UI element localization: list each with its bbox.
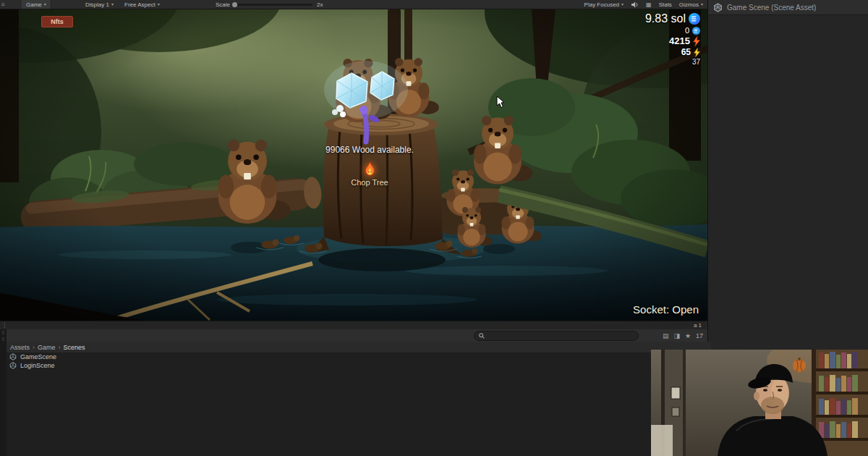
project-toolbar: ▤ ◨ ★ 17 [7, 329, 707, 342]
stats-toggle[interactable]: Stats [659, 0, 672, 9]
breadcrumb-scenes[interactable]: Scenes [64, 344, 85, 351]
ear [754, 392, 760, 400]
power-row: 65 [681, 47, 700, 57]
asset-row-gamescene[interactable]: GameScene [7, 352, 707, 361]
hidden-count: 17 [696, 332, 703, 339]
inspector-header: Game Scene (Scene Asset) [708, 0, 868, 15]
wood-available-text: 99066 Wood available. [326, 145, 414, 155]
breadcrumb-game[interactable]: Game [38, 344, 56, 351]
inspector-title: Game Scene (Scene Asset) [727, 4, 816, 12]
panel-icon[interactable]: ▯ [0, 329, 7, 336]
stats-label: Stats [659, 1, 672, 8]
filter-by-type-icon[interactable]: ▤ [663, 332, 669, 339]
scale-value: 2x [317, 0, 323, 9]
light-panel [651, 425, 673, 456]
level-value: 37 [692, 58, 700, 66]
chevron-down-icon: ▾ [44, 2, 46, 7]
power-bolt-icon [694, 48, 700, 57]
breadcrumb: Assets › Game › Scenes [7, 342, 711, 353]
flame-icon [362, 161, 377, 177]
asset-label: LoginScene [20, 362, 55, 369]
chevron-right-icon: › [33, 344, 35, 351]
game-viewport: Nfts 9.83 sol 0 4215 [0, 9, 707, 321]
game-hud: 9.83 sol 0 4215 [645, 12, 700, 66]
scale-label: Scale [216, 0, 230, 9]
statusbar-right-text: a 1 [694, 322, 702, 329]
token-balance-value: 0 [685, 26, 689, 35]
door-frame [683, 350, 686, 456]
menu-icon: ≡ [1, 1, 5, 8]
webcam-overlay [651, 350, 868, 456]
audio-mute-icon[interactable] [631, 1, 639, 8]
level-row: 37 [692, 58, 700, 66]
project-search-input[interactable] [474, 331, 639, 341]
energy-value: 4215 [669, 35, 690, 46]
energy-row: 4215 [669, 35, 700, 46]
chop-tree-button[interactable]: Chop Tree [351, 161, 388, 187]
aspect-label: Free Aspect [124, 1, 156, 8]
scale-slider-knob[interactable] [232, 2, 237, 7]
chevron-down-icon: ▾ [621, 2, 624, 7]
project-filter-icons: ▤ ◨ ★ 17 [663, 329, 703, 342]
dots-icon: ⋮ [1, 322, 7, 329]
chop-tree-label: Chop Tree [351, 178, 388, 187]
panel-icon[interactable]: ▯ [0, 336, 7, 342]
toolbar-right-group: Play Focused ▾ ▦ Stats Gizmos ▾ [584, 0, 703, 9]
asset-label: GameScene [20, 353, 56, 360]
sol-balance-value: 9.83 sol [645, 12, 686, 25]
scene-asset-cube-icon [713, 3, 723, 12]
game-view-toolbar: ≡ Game ▾ Display 1 ▾ Free Aspect ▾ Scale… [0, 0, 707, 9]
scale-slider[interactable] [234, 4, 312, 6]
webcam-video [651, 350, 868, 456]
project-asset-list: GameScene LoginScene [7, 352, 707, 456]
wall-picture [672, 408, 679, 416]
aspect-dropdown[interactable]: Free Aspect ▾ [124, 0, 160, 9]
search-icon [479, 333, 485, 339]
play-focused-dropdown[interactable]: Play Focused ▾ [584, 0, 624, 9]
token-balance-row: 0 [685, 26, 700, 35]
window-menu-icon[interactable]: ≡ [1, 0, 5, 9]
display-dropdown[interactable]: Display 1 ▾ [85, 0, 114, 9]
energy-bolt-icon [693, 36, 700, 46]
display-label: Display 1 [85, 1, 109, 8]
chevron-down-icon: ▾ [111, 2, 114, 7]
save-search-star-icon[interactable]: ★ [685, 332, 691, 339]
nfts-button-label: Nfts [51, 18, 64, 25]
play-focused-label: Play Focused [584, 1, 619, 8]
gizmos-dropdown[interactable]: Gizmos ▾ [679, 0, 703, 9]
tab-game-label: Game [26, 1, 42, 8]
solana-icon [689, 13, 700, 25]
socket-status: Socket: Open [633, 303, 699, 316]
token-icon [692, 27, 700, 35]
filter-by-label-icon[interactable]: ◨ [673, 332, 680, 339]
sol-balance-row: 9.83 sol [645, 12, 700, 25]
wall-picture [671, 387, 680, 399]
unity-scene-icon [9, 353, 17, 360]
tab-game-view[interactable]: Game ▾ [22, 0, 51, 9]
metrics-grid-icon[interactable]: ▦ [646, 1, 652, 8]
breadcrumb-assets[interactable]: Assets [10, 344, 30, 351]
power-value: 65 [681, 47, 691, 57]
mouse-cursor [496, 96, 505, 109]
chevron-down-icon: ▾ [158, 2, 160, 7]
gizmos-label: Gizmos [679, 1, 699, 8]
chevron-down-icon: ▾ [701, 2, 703, 7]
unity-editor-window: ≡ Game ▾ Display 1 ▾ Free Aspect ▾ Scale… [0, 0, 868, 456]
unity-scene-icon [9, 362, 17, 369]
asset-row-loginscene[interactable]: LoginScene [7, 361, 707, 370]
nfts-button[interactable]: Nfts [41, 16, 73, 28]
chevron-right-icon: › [59, 344, 61, 351]
